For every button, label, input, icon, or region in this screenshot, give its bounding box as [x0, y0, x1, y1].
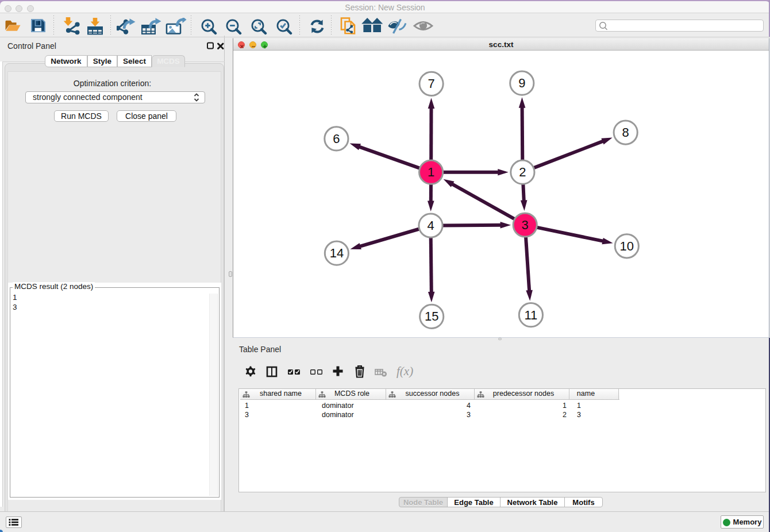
svg-text:11: 11	[524, 308, 537, 322]
svg-text:6: 6	[333, 132, 340, 146]
svg-text:7: 7	[428, 76, 434, 91]
svg-text:10: 10	[620, 239, 634, 253]
svg-text:2: 2	[519, 165, 526, 179]
svg-text:9: 9	[518, 76, 525, 90]
svg-text:3: 3	[522, 218, 529, 232]
svg-text:15: 15	[425, 309, 438, 323]
svg-text:4: 4	[427, 218, 434, 233]
svg-text:14: 14	[330, 246, 344, 260]
svg-text:1: 1	[428, 165, 434, 179]
svg-text:8: 8	[622, 125, 629, 140]
